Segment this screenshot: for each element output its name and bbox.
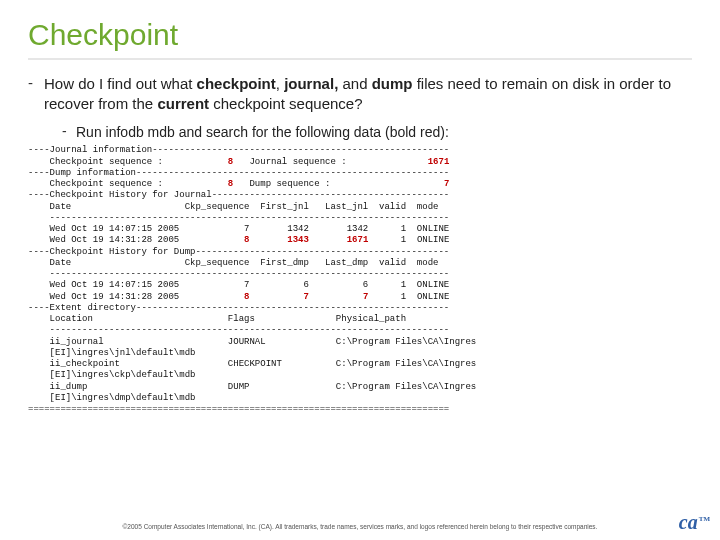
ln: Dump sequence :	[233, 179, 444, 189]
ln: ----Extent directory--------------------…	[28, 303, 449, 313]
hl: 1343	[287, 235, 309, 245]
t-k3: dump	[372, 75, 413, 92]
copyright-footer: ©2005 Computer Associates International,…	[0, 523, 720, 530]
t-k4: current	[157, 95, 209, 112]
dash-icon: -	[62, 123, 76, 139]
ln: Location Flags Physical_path	[28, 314, 406, 324]
hl: 7	[444, 179, 449, 189]
ca-logo: caTM	[679, 511, 710, 534]
dash-icon: -	[28, 74, 44, 91]
ln	[309, 292, 363, 302]
slide: Checkpoint - How do I find out what chec…	[0, 0, 720, 540]
ln: ========================================…	[28, 404, 449, 414]
page-title: Checkpoint	[28, 18, 692, 52]
ln: 1 ONLINE	[368, 235, 449, 245]
hl: 1671	[347, 235, 369, 245]
ln: ----------------------------------------…	[28, 213, 449, 223]
ln: ----------------------------------------…	[28, 269, 449, 279]
ln: ----Checkpoint History for Journal------…	[28, 190, 449, 200]
ln: [EI]\ingres\dmp\default\mdb	[28, 393, 195, 403]
bullet-sub: - Run infodb mdb and search for the foll…	[62, 123, 692, 142]
ln: ----------------------------------------…	[28, 325, 449, 335]
ln: Date Ckp_sequence First_dmp Last_dmp val…	[28, 258, 438, 268]
tm-mark: TM	[699, 515, 710, 523]
subbullet-text: Run infodb mdb and search for the follow…	[76, 123, 449, 142]
t-post: checkpoint sequence?	[209, 95, 362, 112]
ln: 1 ONLINE	[368, 292, 449, 302]
hl: 1671	[428, 157, 450, 167]
ln: Journal sequence :	[233, 157, 427, 167]
ln	[249, 292, 303, 302]
terminal-output: ----Journal information-----------------…	[28, 145, 692, 415]
t-m1: ,	[276, 75, 284, 92]
ln: [EI]\ingres\ckp\default\mdb	[28, 370, 195, 380]
t-k1: checkpoint	[197, 75, 276, 92]
ln: Wed Oct 19 14:31:28 2005	[28, 292, 244, 302]
t-m2: and	[338, 75, 371, 92]
ln: [EI]\ingres\jnl\default\mdb	[28, 348, 195, 358]
ln: Wed Oct 19 14:31:28 2005	[28, 235, 244, 245]
logo-text: ca	[679, 511, 698, 533]
ln: ----Checkpoint History for Dump---------…	[28, 247, 449, 257]
ln: Date Ckp_sequence First_jnl Last_jnl val…	[28, 202, 438, 212]
title-rule	[28, 58, 692, 60]
ln: ii_dump DUMP C:\Program Files\CA\Ingres	[28, 382, 476, 392]
t-pre: How do I find out what	[44, 75, 197, 92]
ln: ii_checkpoint CHECKPOINT C:\Program File…	[28, 359, 476, 369]
ln: Wed Oct 19 14:07:15 2005 7 6 6 1 ONLINE	[28, 280, 449, 290]
bullet-main: - How do I find out what checkpoint, jou…	[28, 74, 692, 115]
ln	[249, 235, 287, 245]
ln: ii_journal JOURNAL C:\Program Files\CA\I…	[28, 337, 476, 347]
ln: Wed Oct 19 14:07:15 2005 7 1342 1342 1 O…	[28, 224, 449, 234]
bullet-text: How do I find out what checkpoint, journ…	[44, 74, 692, 115]
ln: ----Journal information-----------------…	[28, 145, 449, 155]
ln	[309, 235, 347, 245]
ln: ----Dump information--------------------…	[28, 168, 449, 178]
ln: Checkpoint sequence :	[28, 179, 228, 189]
t-k2: journal,	[284, 75, 338, 92]
ln: Checkpoint sequence :	[28, 157, 228, 167]
